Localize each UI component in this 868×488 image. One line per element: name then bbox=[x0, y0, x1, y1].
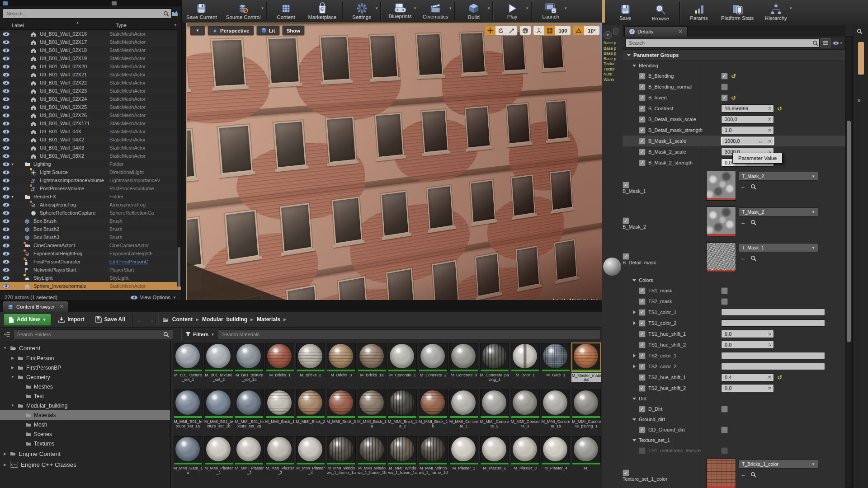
perspective-button[interactable]: Perspective bbox=[208, 25, 254, 36]
outliner-row[interactable]: PostProcessVolumePostProcessVolume bbox=[0, 184, 181, 192]
chevron-down-icon[interactable]: ▼ bbox=[811, 246, 815, 250]
folder-tree-item[interactable]: ▶FirstPerson bbox=[0, 353, 170, 363]
expander-icon[interactable] bbox=[633, 321, 636, 325]
expander-icon[interactable] bbox=[633, 365, 636, 368]
search-folders-input[interactable] bbox=[13, 329, 173, 339]
asset-tile[interactable]: M_MMI_Brick_3 bbox=[326, 388, 357, 435]
use-selected-button[interactable]: ← bbox=[741, 183, 746, 190]
expander-icon[interactable]: ▶ bbox=[3, 463, 7, 467]
override-checkbox[interactable]: ✓ bbox=[639, 149, 646, 155]
close-icon[interactable]: ✕ bbox=[60, 304, 64, 310]
chevron-down-icon[interactable]: ▼ bbox=[487, 6, 491, 10]
section-header-blending[interactable]: Blending bbox=[623, 61, 845, 70]
expander-icon[interactable]: ▼ bbox=[11, 163, 14, 166]
use-selected-button[interactable]: ← bbox=[741, 219, 746, 225]
spinner-handle-icon[interactable] bbox=[768, 117, 772, 122]
chevron-down-icon[interactable]: ▼ bbox=[564, 6, 567, 10]
override-checkbox[interactable]: ✓ bbox=[639, 138, 646, 145]
toolbar-build-button[interactable]: ▼Build bbox=[456, 0, 491, 23]
asset-tile[interactable]: M_Plaster_1 bbox=[448, 435, 479, 481]
lit-button[interactable]: Lit bbox=[256, 25, 280, 36]
folder-tree-item[interactable]: Materials bbox=[0, 410, 170, 420]
override-checkbox[interactable]: ✓ bbox=[639, 160, 646, 166]
override-checkbox[interactable]: ✓ bbox=[639, 116, 646, 123]
rotate-tool-button[interactable] bbox=[495, 26, 506, 35]
scale-tool-button[interactable] bbox=[506, 26, 517, 35]
browse-to-asset-button[interactable] bbox=[750, 472, 756, 478]
reset-to-default-icon[interactable]: ↺ bbox=[731, 73, 736, 79]
spinner-handle-icon[interactable] bbox=[768, 386, 772, 390]
expander-icon[interactable]: ▶ bbox=[10, 356, 15, 360]
chevron-down-icon[interactable]: ▼ bbox=[413, 6, 417, 10]
back-button[interactable]: ← bbox=[137, 316, 144, 324]
viewport-options-button[interactable]: ▼ bbox=[190, 25, 205, 36]
toolbar-launch-button[interactable]: ▼Launch bbox=[533, 0, 568, 23]
reset-to-default-icon[interactable]: ↺ bbox=[777, 106, 782, 112]
content-browser-tab[interactable]: Content Browser ✕ bbox=[3, 301, 68, 312]
material-toolbar-platform-stats-button[interactable]: Platform Stats bbox=[717, 0, 758, 25]
override-checkbox[interactable]: ✓ bbox=[639, 127, 646, 134]
edit-blueprint-link[interactable]: Edit FirstPersonC bbox=[109, 259, 160, 264]
override-checkbox[interactable]: ✓ bbox=[639, 94, 646, 101]
outliner-search-input[interactable] bbox=[3, 9, 172, 19]
override-checkbox[interactable]: ✓ bbox=[639, 331, 646, 338]
toolbar-marketplace-button[interactable]: Marketplace bbox=[303, 0, 341, 23]
outliner-row[interactable]: CineCameraActor1CineCameraActor bbox=[0, 241, 181, 249]
expander-icon[interactable]: ▶ bbox=[3, 452, 7, 456]
angle-snap-toggle-button[interactable] bbox=[573, 26, 584, 35]
browse-to-asset-button[interactable] bbox=[750, 255, 756, 261]
material-toolbar-browse-button[interactable]: Browse bbox=[643, 0, 678, 25]
override-checkbox[interactable]: ✓ bbox=[623, 253, 629, 260]
asset-tile[interactable]: M_Bricks_3 bbox=[326, 342, 357, 388]
browse-to-asset-button[interactable] bbox=[750, 220, 756, 225]
outliner-scrollbar[interactable] bbox=[177, 26, 181, 286]
forward-button[interactable]: → bbox=[147, 316, 154, 324]
add-new-button[interactable]: Add New ▼ bbox=[4, 314, 51, 326]
override-checkbox[interactable]: ✓ bbox=[639, 287, 646, 294]
expander-icon[interactable]: ▼ bbox=[10, 404, 15, 408]
outliner-row[interactable]: Utl_B01_Wall_02X18StaticMeshActor bbox=[0, 46, 181, 54]
texture-asset-dropdown[interactable]: T_Mask_2▼ bbox=[739, 172, 818, 181]
asset-tile[interactable]: M_Bricks_2 bbox=[295, 342, 326, 388]
value-spinbox[interactable]: 300,0 bbox=[721, 115, 774, 123]
asset-tile[interactable]: M_MMI_Concrete_1 bbox=[448, 388, 479, 435]
toolbar-play-button[interactable]: ▼Play bbox=[495, 0, 530, 23]
override-checkbox[interactable]: ✓ bbox=[639, 309, 646, 316]
breadcrumb-item[interactable]: Materials bbox=[257, 316, 280, 323]
value-spinbox[interactable]: 0,0 bbox=[721, 341, 774, 349]
texture-thumbnail[interactable] bbox=[706, 459, 736, 488]
spinner-handle-icon[interactable] bbox=[768, 332, 772, 336]
outliner-row[interactable]: LightmassImportanceVolumeLightmassImport… bbox=[0, 176, 181, 184]
asset-tile[interactable]: M_B01_texture_set_1 bbox=[173, 342, 203, 388]
value-checkbox[interactable] bbox=[721, 287, 728, 294]
asset-tile[interactable]: M_MMI_Concrete_1a bbox=[541, 388, 571, 435]
chevron-down-icon[interactable]: ▼ bbox=[811, 462, 815, 466]
outliner-row[interactable]: Sphere_inversenormalsStaticMeshActor bbox=[0, 282, 181, 290]
spinner-handle-icon[interactable] bbox=[768, 128, 772, 132]
save-all-button[interactable]: Save All bbox=[92, 314, 129, 325]
folder-tree-item[interactable]: Textures bbox=[0, 439, 170, 448]
import-button[interactable]: Import bbox=[55, 314, 88, 325]
outliner-row[interactable]: Utl_B01_Wall_02X25StaticMeshActor bbox=[0, 103, 181, 111]
value-spinbox[interactable]: 1000,0↔ bbox=[721, 137, 774, 145]
value-checkbox[interactable] bbox=[721, 447, 728, 454]
outliner-row[interactable]: Utl_B01_Wall_02X26StaticMeshActor bbox=[0, 111, 181, 119]
asset-tile[interactable]: M_Concrete_paving_1 bbox=[479, 342, 510, 388]
breadcrumb-item[interactable]: Modular_building bbox=[202, 316, 247, 323]
asset-tile[interactable]: M_MMI_Plaster_4 bbox=[295, 435, 326, 481]
override-checkbox[interactable]: ✓ bbox=[623, 217, 629, 224]
asset-tile[interactable]: M_Bricks_1a bbox=[357, 342, 387, 388]
outliner-row[interactable]: Utl_B01_Wall_04X2StaticMeshActor bbox=[0, 136, 181, 144]
chevron-down-icon[interactable]: ▼ bbox=[811, 210, 815, 214]
override-checkbox[interactable]: ✓ bbox=[639, 298, 646, 305]
details-tab[interactable]: i Details ✕ bbox=[624, 26, 688, 37]
grid-snap-toggle-button[interactable] bbox=[544, 26, 555, 35]
expander-icon[interactable] bbox=[633, 354, 636, 357]
asset-tile[interactable]: M_Concrete_2 bbox=[418, 342, 448, 388]
chevron-down-icon[interactable]: ▼ bbox=[789, 6, 793, 10]
use-selected-button[interactable]: ← bbox=[741, 255, 746, 261]
asset-tile[interactable]: M_MMI_Concrete_2 bbox=[479, 388, 510, 435]
spinner-handle-icon[interactable] bbox=[768, 106, 772, 111]
outliner-row[interactable]: Box Brush3Brush bbox=[0, 233, 181, 241]
outliner-row[interactable]: Utl_B01_Wall_04X3StaticMeshActor bbox=[0, 144, 181, 152]
